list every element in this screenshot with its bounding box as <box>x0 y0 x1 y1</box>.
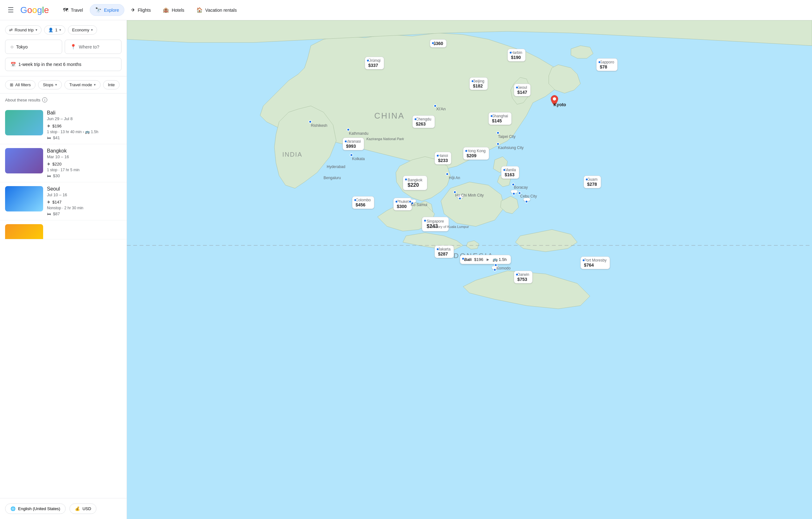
hotel-icon-2: 🛏 <box>47 174 51 178</box>
tab-vacation-label: Vacation rentals <box>205 8 237 13</box>
map-label-beijing[interactable]: Beijing$182 <box>469 78 488 90</box>
map-label-chengdu[interactable]: Chengdu$263 <box>412 115 435 128</box>
map-label-portmoresby[interactable]: Port Moresby$764 <box>580 256 610 269</box>
passengers-button[interactable]: 👤 1 ▾ <box>44 25 65 35</box>
map-label-shanghai[interactable]: Shanghai$145 <box>489 112 512 125</box>
bali-hotel-price: $41 <box>53 135 60 140</box>
header: ☰ Google 🗺 Travel 🔭 Explore ✈ Flights 🏨 … <box>0 0 812 20</box>
map-dot-komodo <box>493 268 496 271</box>
map-label-varanasi[interactable]: Varanasi$993 <box>343 138 364 150</box>
seoul-flight-details: Nonstop · 2 hr 30 min <box>47 206 121 210</box>
map-label-harbin[interactable]: Harbin$190 <box>508 49 526 62</box>
bali-flight-info: ✈ $196 <box>47 124 121 128</box>
class-button[interactable]: Economy ▾ <box>68 25 97 35</box>
map-dot-portmoresby <box>582 259 585 262</box>
seoul-dates: Jul 10 – 16 <box>47 192 121 197</box>
filters-bar: ⊞ All filters Stops ▾ Travel mode ▾ Inte <box>0 77 126 94</box>
map-label-seoul[interactable]: Seoul$147 <box>514 84 531 96</box>
tab-explore[interactable]: 🔭 Explore <box>90 4 124 16</box>
map-label-urumqi[interactable]: Ürümqi$337 <box>365 57 384 69</box>
partial-image <box>5 224 43 239</box>
tab-flights[interactable]: ✈ Flights <box>125 4 156 16</box>
filter-icon: ⊞ <box>10 83 13 87</box>
flights-icon: ✈ <box>131 7 135 13</box>
bangkok-city: Bangkok <box>47 148 121 154</box>
destination-card-partial[interactable] <box>0 220 126 239</box>
inte-filter-button[interactable]: Inte <box>103 80 120 89</box>
travel-mode-filter-button[interactable]: Travel mode ▾ <box>64 80 100 89</box>
kosamui-text-label: Ko Samui <box>411 203 427 207</box>
currency-button[interactable]: 💰 USD <box>69 503 96 514</box>
bangkok-image <box>5 148 43 174</box>
map-dot-chengdu <box>414 118 417 121</box>
hoian-label: Hội An <box>449 176 460 180</box>
hotel-icon: 🛏 <box>47 135 51 140</box>
currency-label: USD <box>83 506 91 511</box>
seoul-image <box>5 186 43 211</box>
map-dot-shanghai <box>490 115 493 118</box>
explore-icon: 🔭 <box>95 7 102 13</box>
destination-card-seoul[interactable]: Seoul Jul 10 – 16 ✈ $147 Nonstop · 2 hr … <box>0 182 126 220</box>
seoul-flight-price: $147 <box>52 200 61 205</box>
all-filters-button[interactable]: ⊞ All filters <box>5 80 35 89</box>
kaohsiung-dot <box>496 142 499 146</box>
kosamui-dot <box>409 200 412 203</box>
map-dot-guam <box>585 178 588 181</box>
tab-vacation[interactable]: 🏠 Vacation rentals <box>191 4 242 16</box>
map-dot-hongkong <box>465 149 468 152</box>
map-label-colombo[interactable]: Colombo$456 <box>352 196 374 209</box>
map-label-bali[interactable]: Bali $196 ► 🚌 1.5h <box>460 255 511 264</box>
taipei-label: Taipei City <box>498 134 516 139</box>
destination-input[interactable]: 📍 Where to? <box>65 40 122 54</box>
hcmc-text-label: Ho Chi Minh City <box>455 193 484 197</box>
destination-card-bali[interactable]: Bali Jun 29 – Jul 8 ✈ $196 1 stop · 13 h… <box>0 106 126 144</box>
cebu-dot <box>518 191 521 195</box>
kaohsiung-label: Kaohsiung City <box>498 146 524 150</box>
bali-details: Bali Jun 29 – Jul 8 ✈ $196 1 stop · 13 h… <box>47 110 121 140</box>
map-label-sapporo[interactable]: Sapporo$78 <box>596 58 617 71</box>
seoul-hotel-price: $87 <box>53 211 60 216</box>
komodo-dot <box>494 264 497 267</box>
map-dot-urumqi <box>366 59 370 62</box>
kathmandu-dot <box>347 128 350 131</box>
map-label-guam[interactable]: Guam$278 <box>584 176 601 188</box>
map-label-manila[interactable]: Manila$163 <box>501 166 519 179</box>
seoul-details: Seoul Jul 10 – 16 ✈ $147 Nonstop · 2 hr … <box>47 186 121 216</box>
vacation-icon: 🏠 <box>196 7 203 13</box>
info-icon[interactable]: i <box>42 97 47 102</box>
language-button[interactable]: 🌐 English (United States) <box>5 503 66 514</box>
map-dot-seoul <box>516 86 519 89</box>
taipei-dot <box>496 131 499 134</box>
bangkok-details: Bangkok Mar 10 – 16 ✈ $220 1 stop · 17 h… <box>47 148 121 178</box>
map-dot-cebu <box>525 200 528 203</box>
bali-city: Bali <box>47 110 121 116</box>
kolkata-label: Kolkata <box>352 157 365 161</box>
google-logo: Google <box>20 5 49 15</box>
map-label-darwin[interactable]: Darwin$753 <box>514 271 532 283</box>
stops-filter-button[interactable]: Stops ▾ <box>38 80 62 89</box>
flight-icon: ✈ <box>47 124 51 128</box>
results-info-text: About these results <box>5 98 40 102</box>
left-footer: 🌐 English (United States) 💰 USD <box>0 498 126 519</box>
map-label-jakarta[interactable]: Jakarta$287 <box>435 245 454 258</box>
left-panel: ⇄ Round trip ▾ 👤 1 ▾ Economy ▾ ○ <box>0 20 127 519</box>
map-label-hanoi[interactable]: Hanoi$233 <box>435 152 452 164</box>
bangkok-duration: 17 hr 5 min <box>61 168 80 172</box>
passengers-label: 1 <box>55 28 57 32</box>
menu-icon[interactable]: ☰ <box>8 6 14 14</box>
date-range-value: 1-week trip in the next 6 months <box>19 62 81 67</box>
kaziranga-label: Kaziranga National Park <box>366 137 404 141</box>
bali-flight-details: 1 stop · 13 hr 40 min › 🚌 1.5h <box>47 130 121 134</box>
bangkok-hotel-price: $30 <box>53 174 60 178</box>
tab-hotels[interactable]: 🏨 Hotels <box>157 4 190 16</box>
date-input[interactable]: 📅 1-week trip in the next 6 months <box>5 58 121 71</box>
destination-card-bangkok[interactable]: Bangkok Mar 10 – 16 ✈ $220 1 stop · 17 h… <box>0 144 126 182</box>
results-info: About these results i <box>0 94 126 106</box>
trip-type-button[interactable]: ⇄ Round trip ▾ <box>5 25 41 35</box>
origin-input[interactable]: ○ Tokyo <box>5 40 62 54</box>
map-label-hongkong[interactable]: Hong Kong$209 <box>463 147 489 160</box>
map-container[interactable]: INDONESIA CHINA INDIA Sapporo$78Harbin$1… <box>127 20 812 519</box>
bali-duration: 13 hr 40 min <box>61 130 82 134</box>
map-dot-jakarta <box>436 248 439 251</box>
tab-travel[interactable]: 🗺 Travel <box>58 4 88 16</box>
